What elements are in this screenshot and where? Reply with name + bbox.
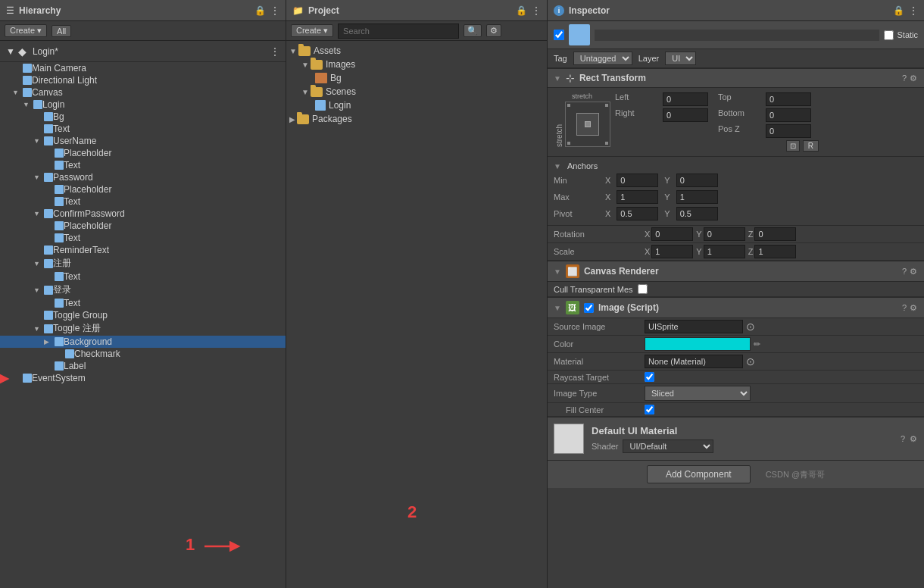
expand-arrow: ▼ <box>301 88 309 96</box>
pivot-x-value[interactable] <box>617 207 658 220</box>
shader-dropdown[interactable]: UI/Default <box>623 439 713 453</box>
tree-item-text6[interactable]: Text <box>0 297 286 309</box>
is-settings-btn[interactable]: ⚙ <box>909 303 918 313</box>
material-settings-btn[interactable]: ⚙ <box>909 434 918 444</box>
fill-center-checkbox[interactable] <box>645 405 654 414</box>
object-name-input[interactable]: Background <box>595 30 879 41</box>
tree-item-password[interactable]: ▼ Password <box>0 171 286 183</box>
image-type-dropdown[interactable]: Sliced Simple Tiled Filled <box>645 386 751 401</box>
tree-item-login-btn[interactable]: ▼ 登录 <box>0 283 286 297</box>
hierarchy-create-button[interactable]: Create ▾ <box>5 24 47 37</box>
rt-right-value[interactable] <box>663 108 708 122</box>
max-y-value[interactable] <box>676 190 718 204</box>
tree-item-background[interactable]: ▶ Background <box>0 336 286 348</box>
raycast-checkbox[interactable] <box>645 372 654 382</box>
scene-file-icon <box>315 100 326 111</box>
tree-item-main-camera[interactable]: Main Camera <box>0 62 286 74</box>
source-image-input[interactable] <box>645 320 743 333</box>
scene-expand-arrow[interactable]: ▼ <box>6 46 15 57</box>
project-item-images[interactable]: ▼ Images <box>286 58 547 71</box>
hierarchy-all-button[interactable]: All <box>52 25 71 37</box>
tree-item-bg[interactable]: Bg <box>0 111 286 123</box>
tree-item-text5[interactable]: Text <box>0 271 286 283</box>
layer-dropdown[interactable]: UI <box>665 52 696 65</box>
rot-x-value[interactable] <box>651 227 693 241</box>
project-item-scenes[interactable]: ▼ Scenes <box>286 85 547 99</box>
rt-settings-btn[interactable]: ⚙ <box>909 74 918 83</box>
rot-z-value[interactable] <box>754 227 796 241</box>
cube-icon <box>23 64 32 73</box>
static-checkbox[interactable] <box>884 30 894 40</box>
cube-icon <box>44 246 53 255</box>
tree-item-eventsystem[interactable]: EventSystem <box>0 372 286 384</box>
source-image-picker-btn[interactable]: ⊙ <box>746 321 755 333</box>
project-search-icon-btn[interactable]: 🔍 <box>464 24 482 37</box>
cr-expand-arrow[interactable]: ▼ <box>554 267 561 276</box>
tree-item-placeholder3[interactable]: Placeholder <box>0 220 286 232</box>
object-active-checkbox[interactable] <box>554 30 564 40</box>
project-create-button[interactable]: Create ▾ <box>291 24 333 37</box>
project-item-packages[interactable]: ▶ Packages <box>286 112 547 126</box>
material-name: Default UI Material <box>592 425 713 436</box>
pivot-y-value[interactable] <box>676 207 718 220</box>
tree-item-remindertext[interactable]: ReminderText <box>0 244 286 256</box>
tree-item-confirmpassword[interactable]: ▼ ConfirmPassword <box>0 208 286 220</box>
tree-item-directional-light[interactable]: Directional Light <box>0 74 286 86</box>
min-x-value[interactable] <box>617 174 658 187</box>
color-pencil-icon[interactable]: ✏ <box>754 339 760 349</box>
is-help-btn[interactable]: ? <box>901 303 907 313</box>
anchors-expand[interactable]: ▼ <box>554 162 561 170</box>
material-input[interactable] <box>645 355 743 368</box>
tree-label: ReminderText <box>53 245 109 255</box>
cr-settings-btn[interactable]: ⚙ <box>909 267 918 277</box>
project-filter-btn[interactable]: ⚙ <box>486 24 501 37</box>
tree-item-toggle-group[interactable]: Toggle Group <box>0 309 286 321</box>
tree-item-placeholder2[interactable]: Placeholder <box>0 183 286 195</box>
tree-item-toggle-register[interactable]: ▼ Toggle 注册 <box>0 321 286 336</box>
tree-item-label[interactable]: Label <box>0 360 286 372</box>
tree-item-text4[interactable]: Text <box>0 232 286 244</box>
project-item-login-scene[interactable]: Login <box>286 99 547 112</box>
rt-r-btn[interactable]: R <box>803 140 819 152</box>
scale-y-value[interactable] <box>704 245 745 258</box>
color-swatch[interactable] <box>645 337 751 351</box>
material-picker-btn[interactable]: ⊙ <box>746 355 755 368</box>
project-search-input[interactable] <box>338 23 459 39</box>
cull-checkbox[interactable] <box>638 284 648 294</box>
tree-item-text3[interactable]: Text <box>0 195 286 208</box>
tree-item-login[interactable]: ▼ Login <box>0 99 286 111</box>
cube-icon <box>55 161 64 170</box>
material-help-btn[interactable]: ? <box>900 434 906 444</box>
tree-item-canvas[interactable]: ▼ Canvas <box>0 86 286 99</box>
inspector-title: Inspector <box>569 5 610 16</box>
rt-help-btn[interactable]: ? <box>901 74 907 83</box>
cr-help-btn[interactable]: ? <box>901 267 907 277</box>
max-x-value[interactable] <box>617 190 658 204</box>
tree-item-checkmark[interactable]: Checkmark <box>0 348 286 360</box>
tag-dropdown[interactable]: Untagged <box>573 52 632 65</box>
rt-bottom-value[interactable] <box>766 108 811 122</box>
scale-z-label: Z <box>748 247 754 256</box>
rt-left-value[interactable] <box>663 92 708 106</box>
is-expand-arrow[interactable]: ▼ <box>554 304 561 312</box>
scale-x-value[interactable] <box>651 245 693 258</box>
rot-y-value[interactable] <box>704 227 745 241</box>
tree-item-username[interactable]: ▼ UserName <box>0 135 286 147</box>
image-script-active-checkbox[interactable] <box>584 303 594 313</box>
rt-expand-arrow[interactable]: ▼ <box>554 74 561 83</box>
scale-z-value[interactable] <box>754 245 796 258</box>
inspector-panel: i Inspector 🔒 ⋮ Background Static Tag <box>548 0 924 588</box>
project-item-assets[interactable]: ▼ Assets <box>286 44 547 58</box>
tree-item-placeholder1[interactable]: Placeholder <box>0 147 286 159</box>
tree-arrow: ▼ <box>33 325 44 333</box>
tree-item-text2[interactable]: Text <box>0 159 286 171</box>
rot-y-label: Y <box>696 230 701 239</box>
tree-item-text1[interactable]: Text <box>0 123 286 135</box>
project-item-bg-asset[interactable]: Bg <box>286 71 547 85</box>
rt-top-value[interactable] <box>766 92 811 106</box>
add-component-button[interactable]: Add Component <box>647 465 751 483</box>
rt-posz-value[interactable] <box>766 124 811 138</box>
tree-item-register-btn[interactable]: ▼ 注册 <box>0 256 286 271</box>
min-y-value[interactable] <box>676 174 718 187</box>
rt-blueprint-btn[interactable]: ⊡ <box>786 140 800 152</box>
